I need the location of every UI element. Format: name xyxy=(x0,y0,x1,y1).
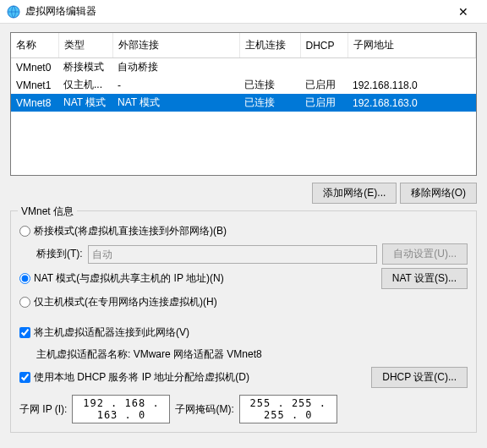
table-cell: VMnet0 xyxy=(11,58,58,77)
add-network-button[interactable]: 添加网络(E)... xyxy=(312,183,397,204)
column-header[interactable]: 外部连接 xyxy=(112,33,239,58)
vmnet-info-legend: VMnet 信息 xyxy=(18,205,77,219)
close-button[interactable]: ✕ xyxy=(446,5,480,19)
table-cell: NAT 模式 xyxy=(112,94,239,112)
subnet-ip-input[interactable]: 192 . 168 . 163 . 0 xyxy=(72,395,170,423)
app-icon xyxy=(7,5,20,19)
table-cell: 已连接 xyxy=(239,76,300,94)
column-header[interactable]: 名称 xyxy=(11,33,58,58)
nat-settings-button[interactable]: NAT 设置(S)... xyxy=(381,268,468,289)
bridge-mode-radio[interactable]: 桥接模式(将虚拟机直接连接到外部网络)(B) xyxy=(19,224,227,238)
titlebar: 虚拟网络编辑器 ✕ xyxy=(0,0,487,24)
table-cell: VMnet8 xyxy=(11,94,58,112)
host-adapter-name: 主机虚拟适配器名称: VMware 网络适配器 VMnet8 xyxy=(36,347,262,362)
table-row[interactable]: VMnet0桥接模式自动桥接 xyxy=(11,58,476,77)
bridge-to-select: 自动 xyxy=(88,245,378,264)
table-cell: 仅主机... xyxy=(58,76,112,94)
column-header[interactable]: DHCP xyxy=(300,33,347,58)
bridge-to-label: 桥接到(T): xyxy=(36,247,83,261)
column-header[interactable]: 主机连接 xyxy=(239,33,300,58)
table-row[interactable]: VMnet1仅主机...-已连接已启用192.168.118.0 xyxy=(11,76,476,94)
dhcp-checkbox[interactable]: 使用本地 DHCP 服务将 IP 地址分配给虚拟机(D) xyxy=(19,370,371,385)
table-row[interactable]: VMnet8NAT 模式NAT 模式已连接已启用192.168.163.0 xyxy=(11,94,476,112)
table-cell: 已启用 xyxy=(300,94,347,112)
window-title: 虚拟网络编辑器 xyxy=(25,4,446,19)
table-cell: 已连接 xyxy=(239,94,300,112)
table-cell xyxy=(239,58,300,77)
hostonly-mode-radio[interactable]: 仅主机模式(在专用网络内连接虚拟机)(H) xyxy=(19,295,217,309)
table-cell: 已启用 xyxy=(300,76,347,94)
subnet-mask-input[interactable]: 255 . 255 . 255 . 0 xyxy=(239,395,337,423)
dhcp-settings-button[interactable]: DHCP 设置(C)... xyxy=(371,367,468,388)
table-cell: 自动桥接 xyxy=(112,58,239,77)
host-adapter-checkbox[interactable]: 将主机虚拟适配器连接到此网络(V) xyxy=(19,325,189,340)
table-cell: 192.168.163.0 xyxy=(347,94,476,112)
subnet-ip-label: 子网 IP (I): xyxy=(19,402,67,417)
remove-network-button[interactable]: 移除网络(O) xyxy=(400,183,477,204)
vmnet-info-group: VMnet 信息 桥接模式(将虚拟机直接连接到外部网络)(B) 桥接到(T): … xyxy=(10,210,477,433)
table-cell: NAT 模式 xyxy=(58,94,112,112)
column-header[interactable]: 类型 xyxy=(58,33,112,58)
table-cell xyxy=(300,58,347,77)
table-cell: 桥接模式 xyxy=(58,58,112,77)
column-header[interactable]: 子网地址 xyxy=(347,33,476,58)
table-cell: - xyxy=(112,76,239,94)
table-cell: VMnet1 xyxy=(11,76,58,94)
subnet-mask-label: 子网掩码(M): xyxy=(175,402,233,417)
table-cell xyxy=(347,58,476,77)
nat-mode-radio[interactable]: NAT 模式(与虚拟机共享主机的 IP 地址)(N) xyxy=(19,271,381,286)
table-cell: 192.168.118.0 xyxy=(347,76,476,94)
auto-settings-button: 自动设置(U)... xyxy=(382,243,468,265)
network-table[interactable]: 名称类型外部连接主机连接DHCP子网地址 VMnet0桥接模式自动桥接VMnet… xyxy=(10,32,477,176)
dialog-footer: 恢复默认设置(R) 确定 取消 应用(A) 帮助 xyxy=(0,441,487,448)
